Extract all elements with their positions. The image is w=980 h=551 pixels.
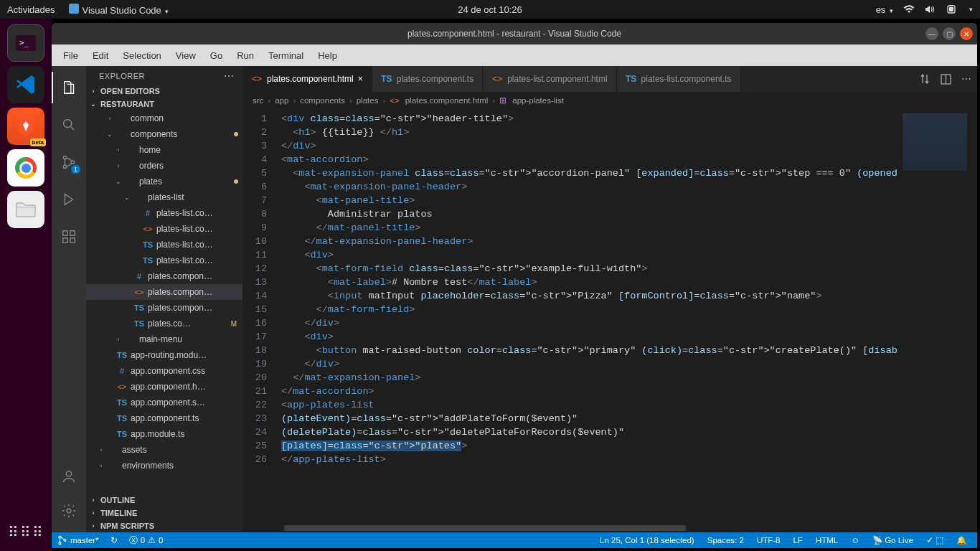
horizontal-scrollbar[interactable] xyxy=(242,524,977,532)
status-cursor[interactable]: Ln 25, Col 1 (18 selected) xyxy=(595,536,699,545)
folder-home[interactable]: ›home xyxy=(86,142,242,158)
dock-files[interactable] xyxy=(7,191,44,228)
tab-plates-component-ts[interactable]: TSplates.component.ts xyxy=(372,66,483,92)
wifi-icon[interactable] xyxy=(903,5,915,14)
svg-point-19 xyxy=(64,540,66,542)
status-problems[interactable]: ⓧ0 ⚠0 xyxy=(123,532,169,548)
svg-rect-12 xyxy=(70,238,75,242)
status-golive[interactable]: 📡 Go Live xyxy=(867,535,918,545)
activity-explorer[interactable] xyxy=(52,72,86,103)
window-maximize[interactable]: ▢ xyxy=(943,27,956,40)
file-plates.compon…[interactable]: TSplates.compon… xyxy=(86,300,242,316)
dock-brave[interactable]: beta xyxy=(7,108,44,145)
svg-rect-2 xyxy=(950,5,953,6)
file-plates-list.co…[interactable]: TSplates-list.co… xyxy=(86,237,242,253)
activity-scm[interactable]: 1 xyxy=(52,146,86,178)
tab-close-icon[interactable]: × xyxy=(358,74,363,84)
file-app.component.ts[interactable]: TSapp.component.ts xyxy=(86,410,242,426)
menu-view[interactable]: View xyxy=(170,47,202,64)
status-prettier-icon[interactable]: ✓ ⬚ xyxy=(921,535,948,545)
tab-plates-component-html[interactable]: <>plates.component.html× xyxy=(242,66,372,92)
status-sync[interactable]: ↻ xyxy=(105,532,123,548)
file-app.component.css[interactable]: #app.component.css xyxy=(86,363,242,379)
activities-button[interactable]: Actividades xyxy=(7,4,55,15)
split-editor-icon[interactable] xyxy=(941,74,951,85)
file-app.component.s…[interactable]: TSapp.component.s… xyxy=(86,395,242,410)
folder-components[interactable]: ⌄components xyxy=(86,126,242,142)
section-open-editors[interactable]: ›OPEN EDITORS xyxy=(86,85,242,98)
window-minimize[interactable]: — xyxy=(925,27,938,40)
svg-point-8 xyxy=(71,161,74,164)
file-plates-list.co…[interactable]: TSplates-list.co… xyxy=(86,253,242,268)
file-plates.co…[interactable]: TSplates.co…M xyxy=(86,316,242,331)
menu-help[interactable]: Help xyxy=(312,47,343,64)
breadcrumb[interactable]: src›app›components›plates›<>plates.compo… xyxy=(242,92,977,109)
file-plates-list.co…[interactable]: <>plates-list.co… xyxy=(86,221,242,237)
menu-terminal[interactable]: Terminal xyxy=(263,47,309,64)
active-app-menu[interactable]: Visual Studio Code ▾ xyxy=(69,4,169,16)
activity-accounts[interactable] xyxy=(52,461,86,492)
file-app.module.ts[interactable]: TSapp.module.ts xyxy=(86,426,242,442)
breadcrumb-segment[interactable]: app xyxy=(275,96,288,105)
folder-common[interactable]: ›common xyxy=(86,110,242,126)
input-lang[interactable]: es ▾ xyxy=(876,4,893,15)
file-app-routing.modu…[interactable]: TSapp-routing.modu… xyxy=(86,347,242,363)
compare-changes-icon[interactable] xyxy=(919,73,930,85)
svg-point-17 xyxy=(59,536,61,538)
folder-environments[interactable]: ›environments xyxy=(86,458,242,474)
line-numbers: 1234567891011121314151617181920212223242… xyxy=(242,109,277,524)
breadcrumb-segment[interactable]: plates xyxy=(357,96,379,105)
breadcrumb-segment[interactable]: app-plates-list xyxy=(512,96,564,105)
activity-settings[interactable] xyxy=(52,495,86,527)
system-menu-chevron[interactable]: ▾ xyxy=(969,6,973,13)
dock-vscode[interactable] xyxy=(7,66,44,103)
menu-file[interactable]: File xyxy=(57,47,84,64)
battery-icon[interactable] xyxy=(945,5,958,14)
section-timeline[interactable]: ›TIMELINE xyxy=(86,507,242,519)
folder-orders[interactable]: ›orders xyxy=(86,158,242,174)
file-app.component.h…[interactable]: <>app.component.h… xyxy=(86,379,242,395)
status-bell-icon[interactable]: 🔔 xyxy=(951,535,971,545)
file-plates-list.co…[interactable]: #plates-list.co… xyxy=(86,205,242,221)
dock-terminal[interactable]: >_ xyxy=(7,24,44,62)
folder-main-menu[interactable]: ›main-menu xyxy=(86,331,242,347)
file-plates.compon…[interactable]: #plates.compon… xyxy=(86,268,242,284)
dock-chrome[interactable] xyxy=(7,149,44,187)
status-branch[interactable]: master* xyxy=(52,532,105,548)
section-workspace[interactable]: ⌄RESTAURANT xyxy=(86,98,242,110)
status-bar: master* ↻ ⓧ0 ⚠0 Ln 25, Col 1 (18 selecte… xyxy=(52,532,977,548)
status-feedback-icon[interactable]: ☺ xyxy=(846,536,864,545)
folder-assets[interactable]: ›assets xyxy=(86,442,242,458)
window-close[interactable]: ✕ xyxy=(960,27,973,40)
menu-go[interactable]: Go xyxy=(204,47,228,64)
activity-run[interactable] xyxy=(52,184,86,215)
status-lang[interactable]: HTML xyxy=(811,536,843,545)
breadcrumb-segment[interactable]: components xyxy=(300,96,345,105)
explorer-more-icon[interactable]: ⋯ xyxy=(224,70,235,82)
clock[interactable]: 24 de oct 10:26 xyxy=(458,4,522,15)
status-spaces[interactable]: Spaces: 2 xyxy=(702,536,749,545)
menu-selection[interactable]: Selection xyxy=(117,47,166,64)
status-encoding[interactable]: UTF-8 xyxy=(752,536,786,545)
folder-plates-list[interactable]: ⌄plates-list xyxy=(86,189,242,205)
volume-icon[interactable] xyxy=(925,5,935,14)
tab-plates-list-component-html[interactable]: <>plates-list.component.html xyxy=(483,66,616,92)
menu-edit[interactable]: Edit xyxy=(87,47,114,64)
breadcrumb-segment[interactable]: plates.component.html xyxy=(405,96,489,105)
breadcrumb-segment[interactable]: src xyxy=(253,96,263,105)
activity-extensions[interactable] xyxy=(52,221,86,253)
code-editor[interactable]: <div class=class="c-str">"header-title">… xyxy=(277,109,898,524)
tab-plates-list-component-ts[interactable]: TSplates-list.component.ts xyxy=(617,66,741,92)
svg-point-15 xyxy=(67,509,71,513)
activity-search[interactable] xyxy=(52,109,86,141)
file-plates.compon…[interactable]: <>plates.compon… xyxy=(86,284,242,300)
activity-bar: 1 xyxy=(52,66,86,532)
tabs-more-icon[interactable]: ⋯ xyxy=(961,73,971,85)
folder-plates[interactable]: ⌄plates xyxy=(86,174,242,189)
minimap[interactable] xyxy=(898,109,977,524)
dock-show-apps[interactable]: ⠿⠿⠿ xyxy=(8,524,44,541)
section-npm[interactable]: ›NPM SCRIPTS xyxy=(86,519,242,532)
status-eol[interactable]: LF xyxy=(788,536,807,545)
menu-run[interactable]: Run xyxy=(231,47,260,64)
section-outline[interactable]: ›OUTLINE xyxy=(86,494,242,507)
